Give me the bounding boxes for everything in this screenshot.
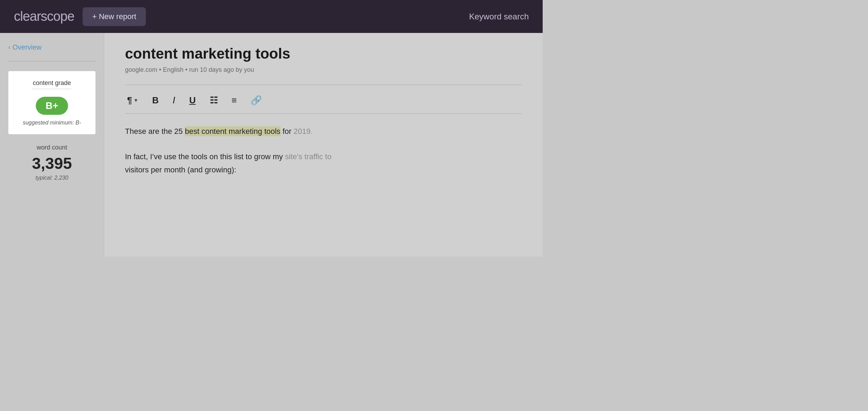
underline-button[interactable]: U (187, 94, 198, 107)
editor-paragraph-1: These are the 25 best content marketing … (125, 125, 522, 138)
report-meta: google.com • English • run 10 days ago b… (125, 66, 522, 74)
link-icon: 🔗 (251, 95, 262, 106)
word-count-section: word count 3,395 typical: 2,230 (8, 144, 95, 181)
header-left: clearscope + New report (14, 7, 146, 26)
paragraph2-faded: site’s traffic to (285, 152, 332, 161)
unordered-list-icon: ≡ (232, 95, 237, 106)
editor-toolbar: ¶ ▼ B I U ☷ ≡ 🔗 (125, 93, 522, 114)
paragraph1-start: These are the 25 (125, 127, 185, 136)
paragraph-icon: ¶ (127, 95, 132, 106)
word-count-value: 3,395 (8, 154, 95, 173)
new-report-button[interactable]: + New report (83, 7, 146, 26)
unordered-list-button[interactable]: ≡ (229, 94, 239, 107)
back-chevron-icon: ‹ (8, 44, 10, 51)
editor-paragraph-2: In fact, I’ve use the tools on this list… (125, 150, 522, 176)
paragraph2-end: visitors per month (and growing): (125, 165, 236, 174)
paragraph1-end: for (281, 127, 294, 136)
paragraph1-highlight: best content marketing tools (185, 126, 280, 136)
grade-badge: B+ (36, 97, 68, 115)
link-button[interactable]: 🔗 (249, 94, 264, 107)
logo: clearscope (14, 9, 74, 24)
ordered-list-button[interactable]: ☷ (208, 94, 220, 107)
content-divider (125, 85, 522, 85)
grade-card-label: content grade (15, 79, 89, 91)
app-header: clearscope + New report Keyword search (0, 0, 543, 33)
typical-count-label: typical: 2,230 (8, 175, 95, 181)
paragraph1-faded: 2019. (294, 127, 313, 136)
content-area: content marketing tools google.com • Eng… (104, 33, 543, 257)
grade-card: content grade B+ suggested minimum: B- (8, 71, 95, 134)
content-grade-label: content grade (33, 79, 71, 89)
word-count-label: word count (8, 144, 95, 151)
sidebar: ‹ Overview content grade B+ suggested mi… (0, 33, 104, 257)
keyword-search-link[interactable]: Keyword search (469, 12, 529, 22)
paragraph-dropdown-icon: ▼ (133, 97, 138, 103)
bold-button[interactable]: B (150, 94, 161, 107)
sidebar-divider (8, 61, 95, 61)
paragraph2-start: In fact, I’ve use the tools on this list… (125, 152, 285, 161)
ordered-list-icon: ☷ (210, 95, 218, 106)
main-layout: ‹ Overview content grade B+ suggested mi… (0, 33, 543, 257)
back-to-overview-link[interactable]: ‹ Overview (8, 43, 95, 51)
paragraph-format-button[interactable]: ¶ ▼ (125, 94, 140, 107)
italic-button[interactable]: I (170, 93, 177, 107)
italic-icon: I (173, 95, 175, 106)
editor-content[interactable]: These are the 25 best content marketing … (125, 125, 522, 176)
bold-icon: B (152, 95, 159, 106)
back-label: Overview (12, 43, 41, 51)
report-title: content marketing tools (125, 45, 522, 62)
suggested-min-label: suggested minimum: B- (15, 120, 89, 126)
underline-icon: U (189, 95, 196, 106)
